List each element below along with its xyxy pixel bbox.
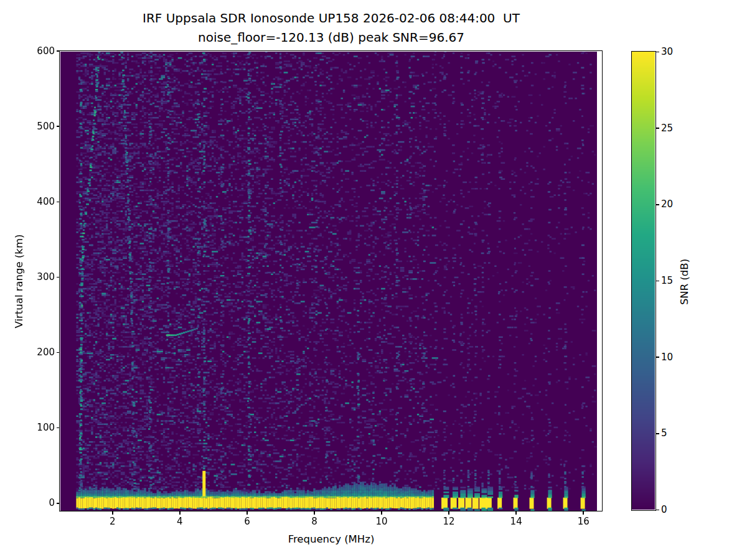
colorbar-tick-label: 25 <box>661 123 688 134</box>
colorbar-tick-label: 0 <box>661 504 688 515</box>
x-tickmark <box>381 511 382 515</box>
y-tick-label: 300 <box>22 271 55 282</box>
colorbar-tick-label: 20 <box>661 198 688 210</box>
x-tickmark <box>179 511 181 515</box>
y-tickmark <box>57 50 60 52</box>
y-axis-label: Virtual range (km) <box>13 200 27 362</box>
colorbar-tickmark <box>656 52 659 53</box>
colorbar-tickmark <box>656 357 659 358</box>
title-block: IRF Uppsala SDR Ionosonde UP158 2026-02-… <box>60 9 603 47</box>
colorbar-tickmark <box>656 510 659 511</box>
x-tickmark <box>583 511 584 515</box>
x-tickmark <box>448 511 449 515</box>
x-tick-label: 2 <box>99 516 126 527</box>
colorbar-tickmark <box>656 433 659 434</box>
colorbar-gradient <box>632 52 655 510</box>
x-tick-label: 14 <box>502 516 530 527</box>
y-tick-label: 200 <box>22 347 55 358</box>
colorbar <box>631 51 656 511</box>
x-tick-label: 6 <box>233 516 261 527</box>
chart-subtitle: noise_floor=-120.13 (dB) peak SNR=96.67 <box>60 28 603 47</box>
y-tickmark <box>57 277 60 278</box>
x-tickmark <box>247 511 248 515</box>
ionogram-figure: IRF Uppsala SDR Ionosonde UP158 2026-02-… <box>0 0 747 560</box>
x-tick-label: 4 <box>166 516 194 527</box>
x-tickmark <box>515 511 517 515</box>
x-tick-label: 10 <box>368 516 395 527</box>
y-tickmark <box>57 126 60 127</box>
x-tickmark <box>112 511 113 515</box>
colorbar-tick-label: 5 <box>661 427 688 439</box>
y-tick-label: 0 <box>22 497 55 508</box>
y-tick-label: 400 <box>22 196 55 207</box>
x-tick-label: 12 <box>435 516 463 527</box>
y-tickmark <box>57 202 60 203</box>
x-axis-label: Frequency (MHz) <box>256 533 406 545</box>
colorbar-tickmark <box>656 281 659 282</box>
y-tick-label: 600 <box>22 45 55 57</box>
y-tick-label: 100 <box>22 422 55 433</box>
colorbar-tick-label: 10 <box>661 352 688 363</box>
chart-title: IRF Uppsala SDR Ionosonde UP158 2026-02-… <box>60 9 603 28</box>
colorbar-tickmark <box>656 204 659 205</box>
x-tick-label: 16 <box>570 516 597 527</box>
x-tickmark <box>314 511 315 515</box>
y-tickmark <box>57 352 60 353</box>
x-tick-label: 8 <box>301 516 328 527</box>
colorbar-label: SNR (dB) <box>679 232 692 332</box>
y-tickmark <box>57 503 60 504</box>
y-tick-label: 500 <box>22 121 55 132</box>
plot-area <box>59 50 603 511</box>
colorbar-tickmark <box>656 128 659 129</box>
y-tickmark <box>57 427 60 429</box>
colorbar-tick-label: 30 <box>661 46 688 57</box>
